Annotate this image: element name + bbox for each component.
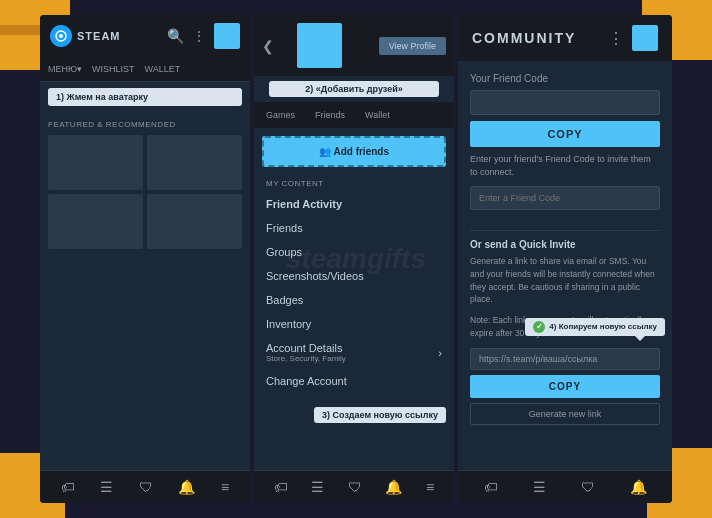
add-friends-button[interactable]: 👥 Add friends [262,136,446,167]
steam-panel: STEAM 🔍 ⋮ МЕНЮ▾ WISHLIST WALLET 1) Жмем … [40,15,250,503]
profile-bottom-shield-icon[interactable]: 🛡 [348,479,362,495]
featured-images [48,135,242,249]
menu-item-screenshots[interactable]: Screenshots/Videos [254,264,454,288]
featured-img-1 [48,135,143,190]
add-friends-label: Add friends [333,146,389,157]
friend-code-label: Your Friend Code [470,73,660,84]
main-container: STEAM 🔍 ⋮ МЕНЮ▾ WISHLIST WALLET 1) Жмем … [40,15,672,503]
nav-wishlist[interactable]: WISHLIST [92,61,135,77]
steam-logo-text: STEAM [77,30,121,42]
profile-avatar [297,23,342,68]
avatar[interactable] [214,23,240,49]
bottom-shield-icon[interactable]: 🛡 [139,479,153,495]
community-bottom-shield-icon[interactable]: 🛡 [581,479,595,495]
more-icon[interactable]: ⋮ [192,28,206,44]
bottom-tag-icon[interactable]: 🏷 [61,479,75,495]
profile-tabs: Games Friends Wallet [254,102,454,128]
community-content: Your Friend Code COPY Enter your friend'… [458,61,672,470]
menu-item-inventory[interactable]: Inventory [254,312,454,336]
steam-nav: МЕНЮ▾ WISHLIST WALLET [40,57,250,82]
profile-bottom-menu-icon[interactable]: ≡ [426,479,434,495]
steam-icon [50,25,72,47]
tab-games[interactable]: Games [262,108,299,122]
friend-code-section: Your Friend Code COPY Enter your friend'… [470,73,660,220]
tooltip-copy-link: ✓ 4) Копируем новую ссылку [525,318,665,336]
profile-bottom-bell-icon[interactable]: 🔔 [385,479,402,495]
copy-link-button[interactable]: COPY [470,375,660,398]
arrow-right-icon: › [438,347,442,359]
my-content-label: MY CONTENT [254,175,454,192]
menu-item-account[interactable]: Account Details Store, Security, Family … [254,336,454,369]
steam-bottom-nav: 🏷 ☰ 🛡 🔔 ≡ [40,470,250,503]
community-bottom-bell-icon[interactable]: 🔔 [630,479,647,495]
community-avatar[interactable] [632,25,658,51]
search-icon[interactable]: 🔍 [167,28,184,44]
tooltip-new-link: 3) Создаем новую ссылку [314,407,446,423]
nav-wallet[interactable]: WALLET [145,61,181,77]
enter-friend-code-input[interactable] [470,186,660,210]
copy-friend-code-button[interactable]: COPY [470,121,660,147]
community-bottom-list-icon[interactable]: ☰ [533,479,546,495]
bottom-menu-icon[interactable]: ≡ [221,479,229,495]
featured-img-3 [48,194,143,249]
community-title: COMMUNITY [472,30,576,46]
menu-item-friends[interactable]: Friends [254,216,454,240]
section-divider [470,230,660,231]
tooltip-add-friends: 2) «Добавить друзей» [269,81,439,97]
profile-bottom-nav: 🏷 ☰ 🛡 🔔 ≡ [254,470,454,503]
tooltip-copy-text: 4) Копируем новую ссылку [549,322,657,331]
profile-panel: ❮ View Profile 2) «Добавить друзей» Game… [254,15,454,503]
quick-invite-label: Or send a Quick Invite [470,239,660,250]
quick-invite-text: Generate a link to share via email or SM… [470,255,660,306]
menu-item-friend-activity[interactable]: Friend Activity [254,192,454,216]
menu-item-account-sub: Store, Security, Family [266,354,346,363]
steam-content: FEATURED & RECOMMENDED [40,112,250,470]
steam-logo: STEAM [50,25,121,47]
friend-code-input-own[interactable] [470,90,660,115]
profile-header: ❮ View Profile [254,15,454,76]
community-bottom-tag-icon[interactable]: 🏷 [484,479,498,495]
tab-friends[interactable]: Friends [311,108,349,122]
steam-header-icons: 🔍 ⋮ [167,23,240,49]
profile-bottom-list-icon[interactable]: ☰ [311,479,324,495]
svg-point-1 [59,34,63,38]
menu-item-badges[interactable]: Badges [254,288,454,312]
back-arrow-icon[interactable]: ❮ [262,38,274,54]
add-friends-icon: 👥 [319,146,331,157]
steam-header: STEAM 🔍 ⋮ [40,15,250,57]
profile-bottom-tag-icon[interactable]: 🏷 [274,479,288,495]
menu-item-change-account[interactable]: Change Account [254,369,454,393]
community-bottom-nav: 🏷 ☰ 🛡 🔔 [458,470,672,503]
copy-link-section: ✓ 4) Копируем новую ссылку https://s.tea… [470,348,660,425]
featured-label: FEATURED & RECOMMENDED [48,120,242,129]
community-panel: COMMUNITY ⋮ Your Friend Code COPY Enter … [458,15,672,503]
featured-img-4 [147,194,242,249]
nav-menu[interactable]: МЕНЮ▾ [48,61,82,77]
menu-item-groups[interactable]: Groups [254,240,454,264]
friend-code-helper: Enter your friend's Friend Code to invit… [470,153,660,178]
tooltip-avatar: 1) Жмем на аватарку [48,88,242,106]
community-header: COMMUNITY ⋮ [458,15,672,61]
link-url: https://s.team/p/ваша/ссылка [470,348,660,370]
view-profile-button[interactable]: View Profile [379,37,446,55]
generate-link-button[interactable]: Generate new link [470,403,660,425]
menu-items-list: Friend Activity Friends Groups Screensho… [254,192,454,470]
menu-item-account-label: Account Details [266,342,346,354]
bottom-list-icon[interactable]: ☰ [100,479,113,495]
community-more-icon[interactable]: ⋮ [608,29,624,48]
check-icon: ✓ [533,321,545,333]
tab-wallet[interactable]: Wallet [361,108,394,122]
bottom-bell-icon[interactable]: 🔔 [178,479,195,495]
featured-img-2 [147,135,242,190]
